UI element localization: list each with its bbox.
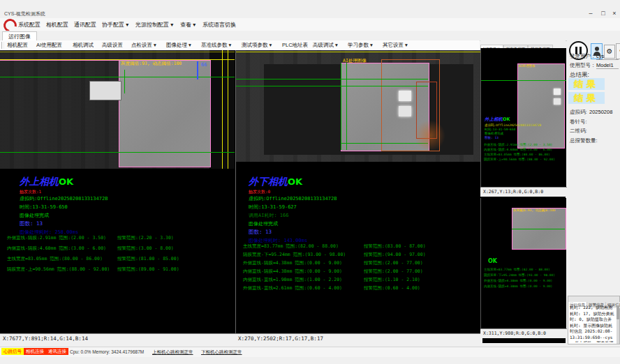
toolbar-grip[interactable]: [1, 42, 4, 49]
menu-gripper-config[interactable]: 协手配置 ▾: [102, 21, 128, 29]
right-time-line: 时间:13-31-59-627: [249, 204, 297, 211]
info-box: 运行信息报警信息错误信息 耗时: 222, 缺陷检测耗时: 17, 缺陷分类耗时…: [568, 296, 620, 344]
menu-system-config[interactable]: 系统配置: [18, 21, 40, 29]
right-camera-image[interactable]: AI处理图像: [236, 50, 480, 162]
left-camera-image[interactable]: 66 灰度阈值:93, 动态阈值:100: [0, 50, 235, 169]
right-camera-result: OK: [288, 176, 302, 187]
left-done-line: 图像处理完成: [20, 212, 49, 219]
left-camera-result: OK: [59, 176, 73, 187]
left-trigger-line: 触发次数:1: [20, 189, 41, 195]
right-top-yellow-line: [236, 52, 480, 52]
tab-run-image[interactable]: 运行图像: [2, 31, 37, 41]
left-camera-name: 外上相机: [20, 176, 59, 187]
login-user-value: cys: [596, 53, 619, 60]
tool-spotcheck-set[interactable]: 点检设置 ▾: [131, 42, 156, 49]
cpu-memory-text: Cpu: 0.0% Memory: 3424.4179687M: [70, 349, 144, 354]
left-pink-line: [0, 60, 120, 61]
right-done-line: 图像处理完成: [249, 220, 278, 227]
thumb-bottom-meas-3: 内侧直线-隔膜=4.38mm 范围:(0.00 - 9.00): [484, 285, 552, 288]
menu-language-switch[interactable]: 系统语言切换: [202, 21, 236, 29]
left-alarm-1: 报警范围:(3.00 - 8.00): [117, 245, 174, 252]
info-log-text: 耗时: 222, 缺陷检测耗时: 17, 缺陷分类耗时: 0, 缺陷提取合并耗时…: [570, 305, 614, 342]
model-label: 使用型号：: [570, 62, 596, 69]
right-alarm-2: 报警范围:(2.00 - 77.00): [364, 260, 423, 266]
close-icon[interactable]: ×: [609, 9, 620, 17]
left-camera-panel[interactable]: 66 灰度阈值:93, 动态阈值:100 外上相机OK 触发次数:1 虚拟码:O…: [0, 50, 235, 333]
right-meas-4: 内侧直线-直线=1.90mm 范围:(1.00 - 2.20): [243, 277, 342, 283]
camera-conn-badge: 相机连接: [24, 348, 46, 355]
tool-other-set[interactable]: 其它设置 ▾: [383, 42, 408, 49]
lower-camera-heartbeat-link[interactable]: 下相机心跳检测正常: [201, 349, 242, 356]
right-frame-line: 图数: 13: [249, 229, 272, 236]
thumb-top-meas-2: 主线宽度=83.05mm 范围:(80.00 - 86.00): [484, 153, 550, 156]
reel-label: 卷针号:: [570, 119, 587, 126]
tool-test-param[interactable]: 测试项参数 ▾: [242, 42, 272, 49]
right-green-vline-2: [346, 63, 347, 150]
right-camera-panel[interactable]: AI处理图像 外下相机OK 触发次数:0 虚拟码:Offline20250208…: [235, 50, 480, 333]
right-meas-3: 内侧直线-隔膜=4.38mm 范围:(0.00 - 9.00): [243, 268, 342, 275]
left-alarm-0: 报警范围:(2.20 - 3.30): [117, 235, 174, 241]
thumb-top-view[interactable]: AI处理图像 外上相机OK 虚拟码:Offline202502081331347…: [480, 48, 566, 187]
left-green-line-2: [0, 152, 235, 153]
info-scrollbar-thumb[interactable]: [617, 305, 619, 319]
tool-camera-config[interactable]: 相机配置: [7, 42, 28, 49]
thumb-bottom-view[interactable]: 灰度阈值:93, 动态阈值:100 OK 主线宽度=83.77mm 范围:(82…: [480, 198, 566, 328]
minimize-icon[interactable]: –: [585, 9, 596, 17]
title-bar: [0, 0, 620, 19]
right-alarm-4: 报警范围:(1.10 - 2.10): [364, 277, 420, 283]
thumb-top-frame: 图数: 13: [485, 136, 499, 139]
menu-view[interactable]: 查看 ▾: [180, 21, 195, 29]
model-value: Model1: [596, 62, 619, 69]
maximize-icon[interactable]: □: [598, 9, 609, 17]
info-tab-row: 运行信息报警信息错误信息: [568, 296, 619, 304]
thumb-bottom-coord-bar: X:311,Y:980;R:0,G:0,B:0: [480, 328, 568, 338]
left-threshold-label: 灰度阈值:93, 动态阈值:100: [121, 61, 182, 67]
app-window: CYS-视觉检测系统 – □ × 系统配置 相机配置 通讯配置 协手配置 ▾ 光…: [0, 0, 620, 364]
left-frame-line: 图数: 13: [20, 220, 43, 227]
tool-ai-use-config[interactable]: AI使用配置: [36, 42, 62, 49]
left-meas-1: 内侧直线-隔膜:4.60mm 范围:(3.00 - 6.00): [7, 245, 106, 252]
right-alarm-5: 报警范围:(0.60 - 4.00): [364, 285, 420, 291]
right-green-vline-1: [341, 63, 341, 150]
tool-learn-param[interactable]: 学习参数 ▾: [348, 42, 373, 49]
right-ai-line: 调用AI耗时: 166: [249, 212, 289, 219]
tool-image-process[interactable]: 图像处理 ▾: [166, 42, 191, 49]
window-title: CYS-视觉检测系统: [4, 10, 45, 17]
thumb-top-coord-bar: X:267,Y:13;R:0,G:0,B:0: [480, 187, 568, 197]
thumb-top-done: 图像处理完成: [485, 132, 503, 135]
menu-light-config[interactable]: 光源控制配置 ▾: [135, 21, 173, 29]
person-icon: [595, 47, 599, 51]
upper-camera-heartbeat-link[interactable]: 上相机心跳检测正常: [152, 349, 193, 356]
right-alarm-3: 报警范围:(2.00 - 77.00): [364, 268, 423, 275]
left-top-yellow-line: [0, 52, 235, 52]
comm-conn-badge: 通讯连接: [46, 348, 68, 355]
thumb-top-name: 外上相机: [485, 116, 503, 122]
thumb-top-meas-1: 内侧直线-隔膜:4.60mm 范围:(3.00 - 6.00): [484, 148, 552, 151]
thumb-top-time: 时间:13-31-59-650: [485, 128, 515, 131]
right-alarm-0: 报警范围:(83.00 - 87.00): [364, 243, 426, 250]
right-camera-name: 外下相机: [249, 176, 288, 187]
tool-plc-table[interactable]: PLC地址表: [282, 42, 308, 49]
thumb-bottom-meas-1: 隔膜宽度-下=95.24mm 范围:(93.00 - 98.00): [484, 273, 555, 277]
tool-advanced-set[interactable]: 高级设置: [102, 42, 123, 49]
menu-comm-config[interactable]: 通讯配置: [74, 21, 96, 29]
thumb-bottom-ok: OK: [488, 258, 497, 264]
right-camera-title: 外下相机OK: [249, 176, 302, 188]
tool-baseline-param[interactable]: 基准线参数 ▾: [201, 42, 231, 49]
thumb-bottom-meas-2: 外侧直线-隔膜=4.38mm 范围:(0.00 - 9.00): [484, 279, 552, 282]
right-trigger-line: 触发次数:0: [249, 189, 270, 195]
left-blue-marker-value: 66: [201, 62, 207, 68]
heartbeat-badge: 心跳信号: [1, 348, 24, 355]
menu-camera-config[interactable]: 相机配置: [46, 21, 68, 29]
left-meas-2: 主线宽度=83.05mm 范围:(80.00 - 86.00): [7, 256, 103, 262]
result-box-2: 结果: [568, 92, 605, 104]
tool-camera-debug[interactable]: 相机调试: [73, 42, 94, 49]
tool-adv-debug[interactable]: 高级调试 ▾: [313, 42, 338, 49]
left-yellow-vline-1: [222, 50, 223, 169]
right-meas-1: 隔膜宽度-下=95.24mm 范围:(93.00 - 98.00): [243, 252, 346, 258]
thumb-top-ai-label: AI处理图像: [519, 64, 535, 68]
alarm-count-label: 总报警数量:: [570, 137, 598, 144]
right-meas-0: 主线宽度=83.77mm 范围:(82.00 - 88.00): [243, 243, 339, 250]
thumb-top-code: 虚拟码:Offline2025020813313472B: [485, 123, 541, 127]
info-scrollbar[interactable]: [617, 304, 619, 344]
